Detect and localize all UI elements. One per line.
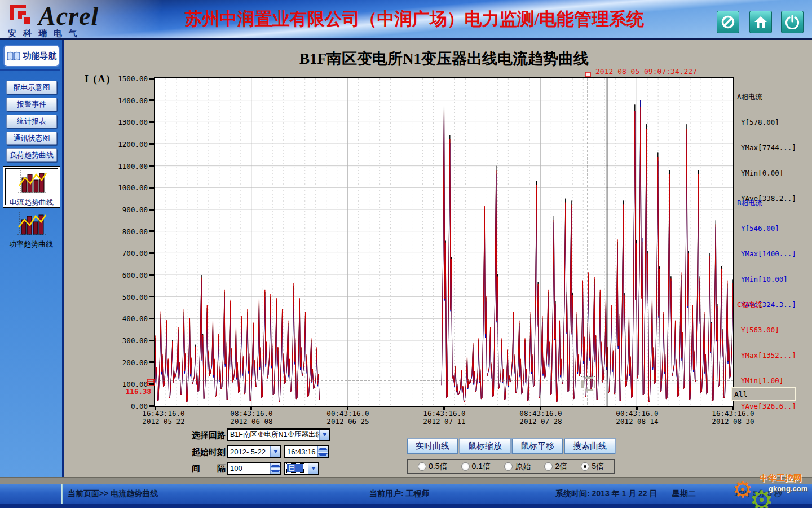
date-dropdown-button[interactable]: [270, 446, 280, 457]
x-tick-label: 16:43:16.02012-07-11: [405, 410, 484, 426]
y-tick-label: 1400.00: [89, 97, 148, 105]
y-tick-label: 1000.00: [89, 183, 148, 192]
cursor-timestamp: 2012-08-05 09:07:34.227: [595, 67, 697, 76]
search-curve-button[interactable]: 搜索曲线: [564, 439, 615, 454]
radio-0.5x[interactable]: 0.5倍: [418, 462, 447, 472]
current-trend-chart-icon: [16, 169, 47, 195]
sidebar-item-distribution-diagram[interactable]: 配电示意图: [6, 81, 57, 94]
mouse-zoom-button[interactable]: 鼠标缩放: [460, 439, 510, 454]
y-tick-mark: [149, 274, 154, 276]
y-tick-mark: [149, 296, 154, 297]
brand-subtitle: 安科瑞电气: [8, 28, 84, 39]
system-title: 苏州中润置业有限公司（中润广场）电力监测/电能管理系统: [144, 7, 685, 31]
x-tick-mark: [155, 406, 156, 410]
y-tick-label: 600.00: [89, 271, 148, 279]
sidebar: 功能导航 配电示意图 报警事件 统计报表 通讯状态图 负荷趋势曲线 电流趋势曲线: [0, 40, 64, 484]
current-trend-label: 电流趋势曲线: [3, 198, 60, 208]
interval-unit-dropdown-button[interactable]: [308, 463, 318, 474]
y-tick-mark: [149, 230, 154, 232]
loop-dropdown-button[interactable]: [319, 430, 329, 440]
y-tick-label: 900.00: [89, 205, 148, 214]
y-tick-mark: [149, 165, 154, 167]
loop-select-value: B1F南区变电所N1变压器出线: [228, 430, 319, 440]
nav-divider: [0, 69, 60, 71]
radio-dot: [504, 462, 513, 471]
statusbar-current-page: 当前页面>> 电流趋势曲线: [68, 489, 158, 499]
legend-phase-c: C相电流 Y[563.00] YMax[1352...] YMin[1.00] …: [737, 283, 810, 427]
radio-dot: [418, 462, 426, 471]
realtime-curve-button[interactable]: 实时曲线: [407, 439, 458, 454]
sidebar-item-comm-status[interactable]: 通讯状态图: [6, 132, 57, 145]
power-trend-chart-icon: [15, 211, 47, 237]
home-icon: [753, 15, 768, 29]
nav-title-label: 功能导航: [23, 51, 57, 62]
acrel-logo-icon: [9, 3, 35, 28]
sidebar-item-current-trend[interactable]: 电流趋势曲线: [3, 166, 60, 208]
time-down-button[interactable]: [318, 452, 328, 457]
x-tick-mark: [636, 406, 638, 410]
mouse-pan-button[interactable]: 鼠标平移: [512, 439, 563, 454]
statusbar-bottom-strip: [0, 504, 812, 508]
radio-dot: [544, 462, 553, 471]
statusbar-weekday: 星期二: [672, 489, 696, 499]
start-time-label: 起始时刻: [192, 447, 226, 458]
y-tick-label: 1300.00: [89, 118, 148, 126]
chart-title: B1F南区变电所N1变压器出线电流趋势曲线: [155, 49, 733, 69]
x-tick-label: 08:43:16.02012-06-08: [212, 410, 291, 426]
interval-unit-value: 日: [287, 464, 303, 472]
x-tick-label: 00:43:16.02012-06-25: [308, 410, 387, 426]
start-date-picker[interactable]: 2012- 5-22: [227, 445, 281, 458]
y-tick-mark: [149, 143, 154, 145]
sidebar-item-statistics-report[interactable]: 统计报表: [6, 115, 57, 128]
nav-title-panel: 功能导航: [3, 45, 60, 67]
radio-0.1x[interactable]: 0.1倍: [461, 462, 491, 472]
time-up-button[interactable]: [318, 446, 328, 452]
y-tick-label: 700.00: [89, 249, 148, 257]
y-tick-mark: [149, 383, 154, 385]
book-icon: [7, 51, 20, 61]
interval-spinner[interactable]: 100: [227, 462, 281, 475]
statusbar-clock: 16时 5分 5 秒: [734, 489, 782, 499]
sidebar-item-alarm-events[interactable]: 报警事件: [6, 98, 57, 111]
x-tick-label: 00:43:16.02012-08-14: [598, 410, 677, 426]
radio-original[interactable]: 原始: [504, 462, 531, 472]
interval-spin-buttons[interactable]: [270, 463, 280, 474]
power-button[interactable]: [781, 11, 804, 33]
y-tick-mark: [149, 318, 154, 319]
start-time-spinner[interactable]: 16:43:16: [284, 445, 329, 458]
statusbar-divider: [61, 484, 63, 504]
interval-down-button[interactable]: [271, 468, 280, 474]
radio-dot: [461, 462, 470, 471]
y-tick-mark: [149, 209, 154, 211]
all-selector-box[interactable]: All: [731, 387, 796, 401]
x-tick-mark: [540, 406, 541, 410]
y-tick-mark: [149, 78, 154, 80]
start-date-value: 2012- 5-22: [228, 448, 270, 456]
radio-5x[interactable]: 5倍: [581, 462, 604, 472]
sidebar-item-load-trend[interactable]: 负荷趋势曲线: [6, 148, 57, 162]
x-tick-label: 08:43:16.02012-07-28: [501, 410, 580, 426]
interval-unit-combo[interactable]: 日: [284, 462, 319, 475]
y-tick-label: 1100.00: [89, 162, 148, 170]
radio-2x[interactable]: 2倍: [544, 462, 567, 472]
statusbar-system-time: 系统时间: 2013 年 1 月 22 日: [555, 489, 657, 499]
home-button[interactable]: [749, 11, 772, 33]
radio-dot: [581, 462, 589, 471]
block-button[interactable]: [717, 11, 739, 33]
loop-select-combo[interactable]: B1F南区变电所N1变压器出线: [227, 428, 330, 441]
h-cursor-marker-icon[interactable]: [147, 379, 155, 386]
sidebar-item-power-trend[interactable]: 功率趋势曲线: [3, 208, 59, 249]
y-tick-label: 800.00: [89, 227, 148, 236]
y-tick-mark: [149, 361, 154, 363]
y-tick-label: 500.00: [89, 293, 148, 301]
statusbar-current-user: 当前用户: 工程师: [369, 489, 430, 499]
chart-plot-area[interactable]: [154, 77, 734, 407]
x-tick-mark: [250, 406, 252, 410]
trend-chart-canvas: [155, 78, 733, 406]
time-spin-buttons[interactable]: [317, 446, 328, 457]
header-bar: Acrel 安科瑞电气 苏州中润置业有限公司（中润广场）电力监测/电能管理系统: [0, 0, 812, 40]
y-tick-label: 1500.00: [89, 75, 148, 83]
crosshair-target-box[interactable]: [581, 376, 595, 391]
y-tick-label: 400.00: [89, 314, 148, 323]
interval-up-button[interactable]: [271, 463, 280, 468]
